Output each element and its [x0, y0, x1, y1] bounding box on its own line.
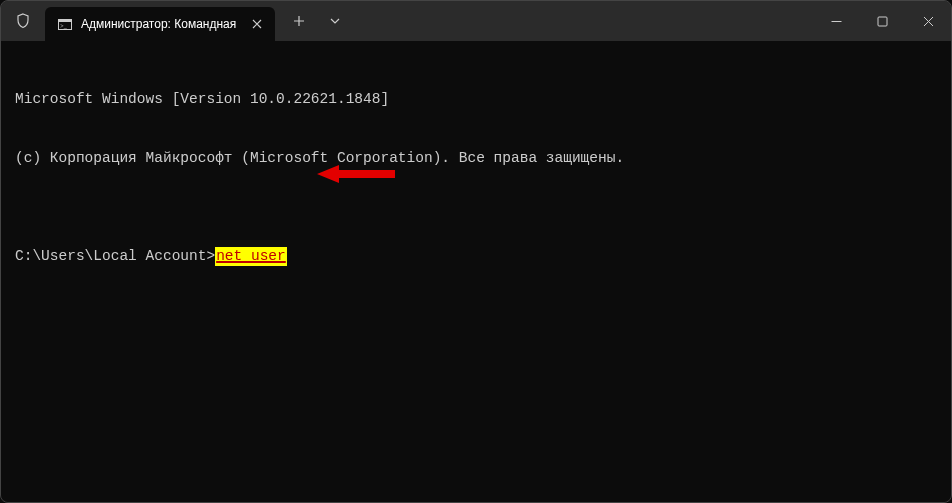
prompt-text: C:\Users\Local Account> — [15, 247, 215, 267]
titlebar-left: >_ Администратор: Командная — [1, 1, 351, 41]
close-button[interactable] — [905, 1, 951, 41]
window-controls — [813, 1, 951, 41]
svg-rect-3 — [878, 17, 887, 26]
tab-title: Администратор: Командная — [81, 17, 241, 31]
terminal-line: (c) Корпорация Майкрософт (Microsoft Cor… — [15, 149, 937, 169]
terminal-prompt-line: C:\Users\Local Account>net user — [15, 247, 937, 267]
shield-icon — [1, 1, 45, 41]
minimize-button[interactable] — [813, 1, 859, 41]
maximize-button[interactable] — [859, 1, 905, 41]
cmd-icon: >_ — [57, 16, 73, 32]
svg-rect-1 — [59, 19, 72, 22]
highlighted-command: net user — [215, 247, 287, 267]
tab-dropdown-button[interactable] — [319, 5, 351, 37]
titlebar: >_ Администратор: Командная — [1, 1, 951, 41]
close-tab-button[interactable] — [249, 16, 265, 32]
svg-text:>_: >_ — [60, 22, 67, 28]
terminal-window: >_ Администратор: Командная — [0, 0, 952, 503]
tab-active[interactable]: >_ Администратор: Командная — [45, 7, 275, 41]
new-tab-area — [275, 1, 351, 41]
new-tab-button[interactable] — [283, 5, 315, 37]
terminal-line: Microsoft Windows [Version 10.0.22621.18… — [15, 90, 937, 110]
terminal-body[interactable]: Microsoft Windows [Version 10.0.22621.18… — [1, 41, 951, 502]
